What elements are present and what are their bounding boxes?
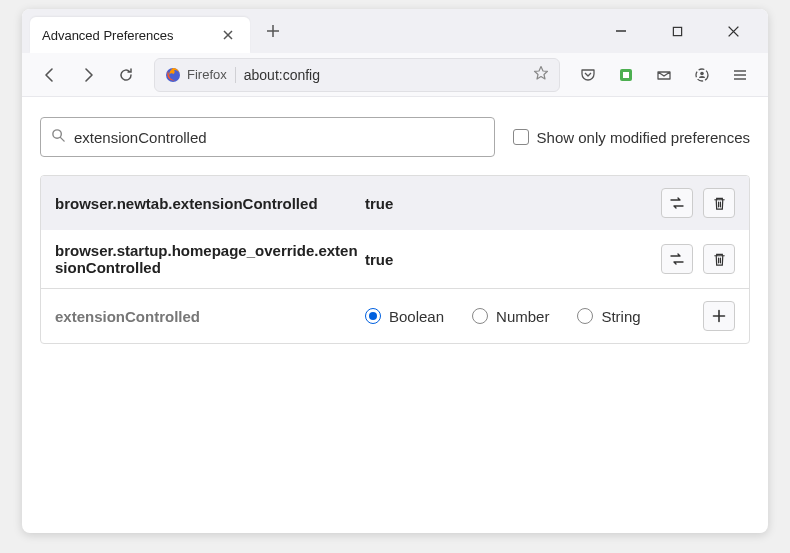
account-icon[interactable] [686,59,718,91]
radio-number[interactable]: Number [472,308,549,325]
new-pref-name: extensionControlled [55,308,365,325]
tab-active[interactable]: Advanced Preferences [30,17,250,53]
pref-name: browser.newtab.extensionControlled [55,195,365,212]
radio-icon [365,308,381,324]
tab-title: Advanced Preferences [42,28,218,43]
pref-actions [703,301,735,331]
bookmark-star-icon[interactable] [533,65,549,85]
refresh-button[interactable] [110,59,142,91]
pref-row: browser.startup.homepage_override.extens… [41,230,749,288]
new-pref-row: extensionControlled Boolean Number Strin… [41,288,749,343]
about-config-content: Show only modified preferences browser.n… [22,97,768,364]
urlbar-identity[interactable]: Firefox [165,67,236,83]
radio-string[interactable]: String [577,308,640,325]
pref-actions [661,188,735,218]
mail-icon[interactable] [648,59,680,91]
radio-label: String [601,308,640,325]
window-controls [602,16,760,46]
svg-rect-3 [623,72,629,78]
add-button[interactable] [703,301,735,331]
radio-boolean[interactable]: Boolean [365,308,444,325]
pref-actions [661,244,735,274]
svg-rect-0 [673,27,681,35]
preference-search-box[interactable] [40,117,495,157]
close-window-button[interactable] [714,16,752,46]
delete-button[interactable] [703,244,735,274]
checkbox-icon[interactable] [513,129,529,145]
type-radio-group: Boolean Number String [365,308,703,325]
search-input[interactable] [74,129,484,146]
urlbar-address: about:config [244,67,533,83]
urlbar-identity-label: Firefox [187,67,227,82]
radio-label: Boolean [389,308,444,325]
toggle-button[interactable] [661,244,693,274]
show-modified-label: Show only modified preferences [537,129,750,146]
preferences-table: browser.newtab.extensionControlled true … [40,175,750,344]
svg-point-5 [700,71,704,75]
firefox-icon [165,67,181,83]
forward-button[interactable] [72,59,104,91]
pref-name: browser.startup.homepage_override.extens… [55,242,365,276]
titlebar: Advanced Preferences [22,9,768,53]
back-button[interactable] [34,59,66,91]
maximize-button[interactable] [658,16,696,46]
pocket-icon[interactable] [572,59,604,91]
radio-icon [472,308,488,324]
close-icon[interactable] [218,25,238,45]
new-tab-button[interactable] [258,16,288,46]
search-row: Show only modified preferences [40,117,750,157]
delete-button[interactable] [703,188,735,218]
minimize-button[interactable] [602,16,640,46]
show-modified-toggle[interactable]: Show only modified preferences [513,129,750,146]
radio-icon [577,308,593,324]
toggle-button[interactable] [661,188,693,218]
pref-row: browser.newtab.extensionControlled true [41,176,749,230]
radio-label: Number [496,308,549,325]
browser-window: Advanced Preferences [22,9,768,533]
hamburger-menu-icon[interactable] [724,59,756,91]
navigation-toolbar: Firefox about:config [22,53,768,97]
pref-value: true [365,195,661,212]
search-icon [51,128,66,147]
extension-icon[interactable] [610,59,642,91]
url-bar[interactable]: Firefox about:config [154,58,560,92]
pref-value: true [365,251,661,268]
